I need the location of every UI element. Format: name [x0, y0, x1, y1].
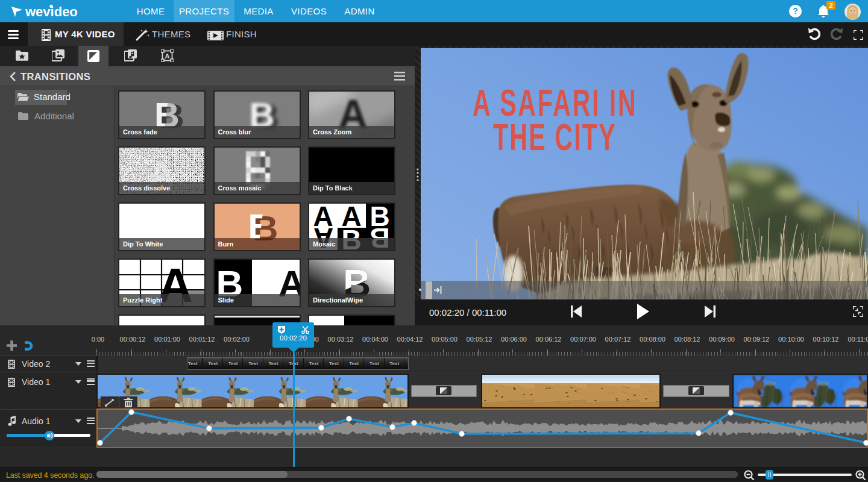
- svg-text:THE CITY: THE CITY: [493, 116, 617, 158]
- svg-text:A: A: [165, 52, 170, 60]
